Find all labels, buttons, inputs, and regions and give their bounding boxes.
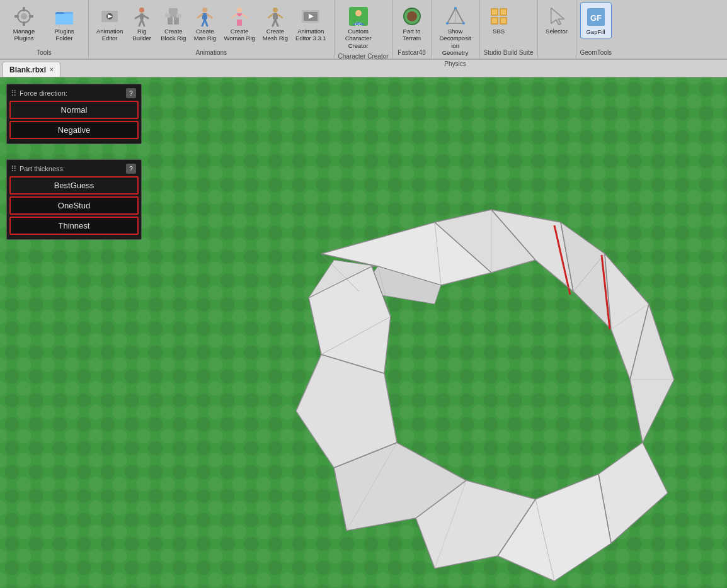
sbs-icon <box>488 5 510 28</box>
rig-builder-button[interactable]: RigBuilder <box>127 3 157 45</box>
animation-editor-label: AnimationEditor <box>96 28 123 42</box>
tabbar: Blank.rbxl × <box>0 60 727 77</box>
bestguess-button[interactable]: BestGuess <box>9 176 139 195</box>
svg-rect-21 <box>176 14 181 18</box>
create-mesh-rig-button[interactable]: CreateMesh Rig <box>259 3 292 45</box>
svg-line-32 <box>243 14 247 18</box>
create-woman-rig-icon <box>228 5 251 28</box>
create-block-rig-label: CreateBlock Rig <box>161 28 186 42</box>
create-woman-rig-button[interactable]: CreateWoman Rig <box>220 3 258 45</box>
thickness-panel-title-label: Part thickness: <box>20 165 65 172</box>
toolbar-group-fastcar: Part toTerrain Fastcar48 <box>393 0 432 59</box>
onestud-button[interactable]: OneStud <box>9 196 139 215</box>
tab-label: Blank.rbxl <box>9 65 46 74</box>
toolbar-group-animations: AnimationEditor RigBuilder <box>89 0 335 59</box>
manage-plugins-icon <box>13 5 35 28</box>
animation-editor-button[interactable]: AnimationEditor <box>93 3 127 45</box>
toolbar: Manage Plugins Plugins Folder Tools <box>0 0 727 60</box>
part-to-terrain-button[interactable]: Part toTerrain <box>397 3 427 45</box>
create-woman-rig-label: CreateWoman Rig <box>224 28 255 42</box>
svg-rect-7 <box>55 14 73 25</box>
svg-line-16 <box>144 16 148 18</box>
svg-rect-30 <box>239 20 242 26</box>
animations-group-label: Animations <box>93 49 330 57</box>
selector-button[interactable]: Selector <box>542 3 572 37</box>
svg-line-26 <box>198 14 202 18</box>
create-mesh-rig-label: CreateMesh Rig <box>263 28 288 42</box>
svg-text:CC: CC <box>355 21 362 27</box>
svg-line-38 <box>278 14 282 18</box>
sbs-label: SBS <box>493 28 505 35</box>
selector-group-label <box>542 56 572 57</box>
svg-point-28 <box>237 8 242 13</box>
plugins-folder-icon <box>53 5 76 28</box>
svg-rect-20 <box>165 14 170 18</box>
svg-point-22 <box>202 8 207 13</box>
show-decomp-button[interactable]: Show DecompositionGeometry <box>435 3 476 59</box>
svg-rect-58 <box>492 9 497 14</box>
part-thickness-panel: ⠿ Part thickness: ? BestGuess OneStud Th… <box>6 159 142 240</box>
toolbar-group-tools: Manage Plugins Plugins Folder Tools <box>0 0 89 59</box>
show-decomp-label: Show DecompositionGeometry <box>439 28 472 57</box>
force-panel-help-button[interactable]: ? <box>126 88 136 98</box>
svg-rect-29 <box>237 20 239 26</box>
svg-point-33 <box>273 8 278 13</box>
svg-point-46 <box>407 11 417 21</box>
svg-point-51 <box>454 7 457 9</box>
gapfill-icon: GF <box>585 6 607 28</box>
svg-text:GF: GF <box>590 13 602 23</box>
animation-editor2-icon <box>299 5 322 28</box>
thickness-panel-title: ⠿ Part thickness: ? <box>9 162 139 176</box>
sbs-button[interactable]: SBS <box>484 3 514 37</box>
force-direction-panel: ⠿ Force direction: ? Normal Negative <box>6 84 142 144</box>
svg-line-31 <box>232 14 236 18</box>
animation-editor-icon <box>98 5 121 28</box>
svg-line-27 <box>207 14 212 18</box>
create-man-rig-button[interactable]: CreateMan Rig <box>190 3 220 45</box>
tools-group-label: Tools <box>4 49 84 57</box>
manage-plugins-button[interactable]: Manage Plugins <box>4 3 44 45</box>
sbs-group-label: Studio Build Suite <box>484 49 534 57</box>
svg-point-53 <box>462 22 465 25</box>
force-panel-grip: ⠿ <box>11 89 17 98</box>
svg-rect-3 <box>23 21 25 26</box>
normal-button[interactable]: Normal <box>9 101 139 119</box>
create-man-rig-icon <box>193 5 216 28</box>
svg-rect-2 <box>23 7 25 11</box>
thinnest-button[interactable]: Thinnest <box>9 217 139 235</box>
selector-icon <box>546 5 568 28</box>
rig-builder-label: RigBuilder <box>132 28 151 42</box>
gapfill-button[interactable]: GF GapFill <box>580 3 612 38</box>
svg-rect-18 <box>168 17 173 25</box>
negative-button[interactable]: Negative <box>9 121 139 139</box>
create-block-rig-button[interactable]: CreateBlock Rig <box>157 3 190 45</box>
svg-line-36 <box>275 20 278 26</box>
force-panel-title-label: Force direction: <box>20 89 67 97</box>
svg-line-37 <box>268 14 273 18</box>
force-panel-title: ⠿ Force direction: ? <box>9 87 139 101</box>
part-to-terrain-label: Part toTerrain <box>403 28 421 42</box>
plugins-folder-label: Plugins Folder <box>48 28 81 42</box>
thickness-panel-grip: ⠿ <box>11 164 17 174</box>
svg-point-11 <box>139 8 144 13</box>
rig-builder-icon <box>130 5 153 28</box>
svg-point-52 <box>446 22 449 25</box>
svg-rect-61 <box>501 18 506 23</box>
fastcar-group-label: Fastcar48 <box>397 49 427 57</box>
toolbar-group-cc: CC Custom CharacterCreator Character Cre… <box>335 0 393 59</box>
custom-character-creator-icon: CC <box>347 5 370 28</box>
create-mesh-rig-icon <box>264 5 287 28</box>
svg-rect-60 <box>492 18 497 23</box>
toolbar-group-geomtools: GF GapFill GeomTools <box>576 0 616 59</box>
custom-character-creator-button[interactable]: CC Custom CharacterCreator <box>338 3 379 52</box>
custom-character-creator-label: Custom CharacterCreator <box>342 28 375 49</box>
thickness-panel-help-button[interactable]: ? <box>126 164 136 174</box>
selector-label: Selector <box>546 28 568 35</box>
tab-close-button[interactable]: × <box>50 66 54 73</box>
svg-point-1 <box>21 13 27 20</box>
plugins-folder-button[interactable]: Plugins Folder <box>44 3 84 45</box>
animation-editor2-button[interactable]: AnimationEditor 3.3.1 <box>292 3 330 45</box>
toolbar-group-physics: Show DecompositionGeometry Physics <box>432 0 480 59</box>
svg-rect-17 <box>169 8 178 17</box>
blank-rbxl-tab[interactable]: Blank.rbxl × <box>3 62 60 77</box>
